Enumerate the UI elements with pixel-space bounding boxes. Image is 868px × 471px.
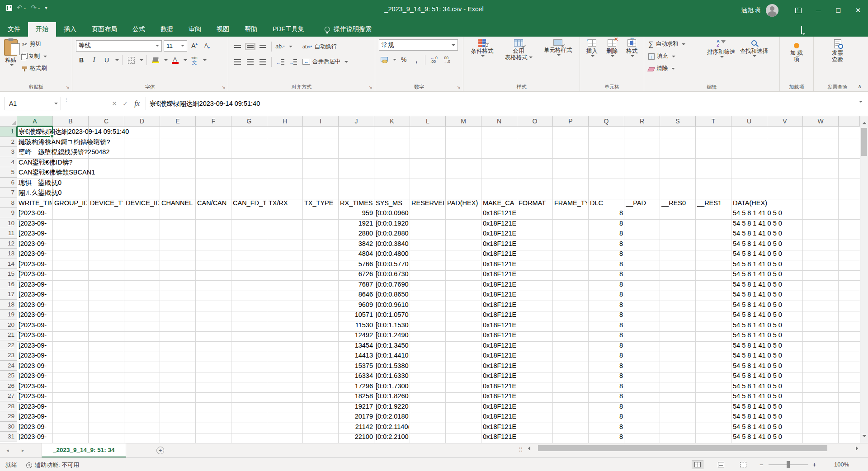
align-center-icon[interactable] xyxy=(245,57,255,67)
cell[interactable]: 0x18F121E xyxy=(483,289,516,300)
collapse-ribbon-icon[interactable]: ∧ xyxy=(858,83,862,89)
row-header-17[interactable]: 17 xyxy=(0,289,17,300)
font-color-icon[interactable]: A xyxy=(170,55,180,66)
cell[interactable]: [2023-09- xyxy=(19,401,52,412)
tab-review[interactable]: 审阅 xyxy=(181,22,209,37)
row-header-10[interactable]: 10 xyxy=(0,218,17,229)
cell[interactable]: 4804 xyxy=(340,249,373,259)
cell[interactable]: 0x18F121E xyxy=(483,432,516,442)
row-header-27[interactable]: 27 xyxy=(0,391,17,401)
cell[interactable]: 8646 xyxy=(340,289,373,300)
cell[interactable]: [0:0:0.7690( xyxy=(376,279,409,290)
autosum-button[interactable]: ∑自动求和 xyxy=(647,38,705,50)
column-header-R[interactable]: R xyxy=(624,116,660,127)
wrap-text-button[interactable]: ab↩自动换行 xyxy=(301,41,349,52)
cell[interactable]: 5766 xyxy=(340,259,373,269)
row-header-25[interactable]: 25 xyxy=(0,371,17,381)
cell[interactable]: 3842 xyxy=(340,239,373,249)
cell[interactable]: 11530 xyxy=(340,320,373,330)
conditional-formatting-button[interactable]: 条件格式 xyxy=(469,38,496,59)
view-normal-icon[interactable] xyxy=(692,460,703,469)
cell[interactable]: 2880 xyxy=(340,228,373,239)
increase-decimal-icon[interactable]: ←.0.00 xyxy=(429,54,439,65)
cell[interactable]: [0:0:1.0570( xyxy=(376,310,409,320)
cell[interactable]: 8 xyxy=(590,249,623,259)
cell[interactable]: 0x18F121E xyxy=(483,218,516,229)
row-header-4[interactable]: 4 xyxy=(0,157,17,168)
sheet-nav-left-icon[interactable]: ◂ xyxy=(6,447,9,453)
column-header-P[interactable]: P xyxy=(553,116,589,127)
cell[interactable]: FORMAT xyxy=(519,198,552,208)
row-header-26[interactable]: 26 xyxy=(0,381,17,391)
cell[interactable]: [2023-09- xyxy=(19,361,52,371)
cell[interactable]: 10571 xyxy=(340,310,373,320)
alignment-dialog-launcher-icon[interactable]: ↘ xyxy=(368,85,373,90)
scroll-down-icon[interactable] xyxy=(862,435,867,439)
cell[interactable]: __PAD xyxy=(626,198,659,208)
cell[interactable]: [2023-09- xyxy=(19,300,52,310)
cell[interactable]: 54 5 8 1 41 0 5 0 xyxy=(733,218,782,229)
cell[interactable]: 8 xyxy=(590,300,623,310)
row-header-1[interactable]: 1 xyxy=(0,127,17,137)
column-header-D[interactable]: D xyxy=(124,116,160,127)
column-header-Q[interactable]: Q xyxy=(589,116,624,127)
cell[interactable]: 8 xyxy=(590,350,623,361)
align-left-icon[interactable] xyxy=(232,57,243,67)
tab-page-layout[interactable]: 页面布局 xyxy=(84,22,125,37)
cell[interactable]: [2023-09- xyxy=(19,218,52,229)
cell[interactable]: CAN_FD_T xyxy=(233,198,266,208)
cell[interactable]: 璁惧 鍙戝抚0 xyxy=(19,178,61,188)
tabbar-splitter[interactable]: ⁞⁞ xyxy=(519,447,523,453)
cell[interactable]: 16334 xyxy=(340,371,373,381)
cell[interactable]: 0x18F121E xyxy=(483,340,516,351)
minimize-button[interactable]: ─ xyxy=(808,0,828,21)
column-header-C[interactable]: C xyxy=(89,116,124,127)
scroll-up-icon[interactable] xyxy=(862,120,867,124)
cell[interactable]: [2023-09- xyxy=(19,330,52,340)
decrease-decimal-icon[interactable]: .00→.0 xyxy=(441,54,452,65)
cell[interactable]: [2023-09- xyxy=(19,239,52,249)
row-header-31[interactable]: 31 xyxy=(0,432,17,442)
cell[interactable]: 0x18F121E xyxy=(483,330,516,340)
cell[interactable]: [2023-09- xyxy=(19,279,52,290)
cell[interactable]: 8 xyxy=(590,422,623,432)
row-header-30[interactable]: 30 xyxy=(0,422,17,432)
invoice-check-button[interactable]: 发票查验 xyxy=(830,38,845,63)
cell[interactable]: [0:0:0.0960( xyxy=(376,208,409,218)
cell[interactable]: [0:0:1.3450( xyxy=(376,340,409,351)
column-header-J[interactable]: J xyxy=(339,116,374,127)
cell[interactable]: 54 5 8 1 41 0 5 0 xyxy=(733,208,782,218)
column-header-V[interactable]: V xyxy=(767,116,803,127)
cell[interactable]: 0x18F121E xyxy=(483,259,516,269)
clipboard-dialog-launcher-icon[interactable]: ↘ xyxy=(66,85,71,90)
cell[interactable]: DEVICE_ID xyxy=(126,198,159,208)
cell[interactable]: 54 5 8 1 41 0 5 0 xyxy=(733,279,782,290)
cell[interactable]: 1921 xyxy=(340,218,373,229)
cell[interactable]: 0x18F121E xyxy=(483,249,516,259)
column-header-W[interactable]: W xyxy=(803,116,839,127)
cell[interactable]: [2023-09- xyxy=(19,340,52,351)
merge-center-button[interactable]: 合并后居中 xyxy=(301,56,349,67)
cell[interactable]: 15375 xyxy=(340,361,373,371)
cell[interactable]: 54 5 8 1 41 0 5 0 xyxy=(733,361,782,371)
cell[interactable]: [2023-09- xyxy=(19,228,52,239)
cell[interactable]: 8 xyxy=(590,289,623,300)
tab-file[interactable]: 文件 xyxy=(0,22,28,37)
column-header-A[interactable]: A xyxy=(17,116,53,127)
column-header-H[interactable]: H xyxy=(267,116,303,127)
row-header-16[interactable]: 16 xyxy=(0,279,17,290)
font-name-combo[interactable]: 等线 xyxy=(76,40,162,52)
cell[interactable]: __RES0 xyxy=(661,198,694,208)
cell[interactable]: DEVICE_TY xyxy=(90,198,123,208)
cell[interactable]: 54 5 8 1 41 0 5 0 xyxy=(733,249,782,259)
cell[interactable]: 13454 xyxy=(340,340,373,351)
cell[interactable]: [0:0:1.2490( xyxy=(376,330,409,340)
tab-view[interactable]: 视图 xyxy=(209,22,237,37)
cell[interactable]: 959 xyxy=(340,208,373,218)
vertical-scroll-thumb[interactable] xyxy=(861,128,867,156)
delete-cells-button[interactable]: 删除 xyxy=(604,38,620,59)
cell[interactable]: [2023-09- xyxy=(19,432,52,442)
row-header-18[interactable]: 18 xyxy=(0,300,17,310)
tab-insert[interactable]: 插入 xyxy=(56,22,84,37)
cell[interactable]: 0x18F121E xyxy=(483,391,516,401)
